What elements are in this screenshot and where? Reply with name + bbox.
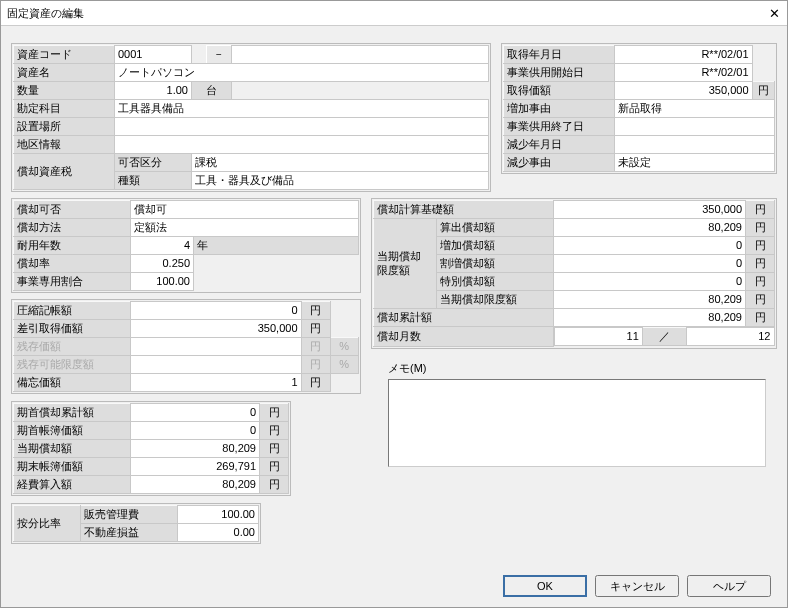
- title-bar: 固定資産の編集 ✕: [1, 1, 787, 26]
- window-title: 固定資産の編集: [7, 6, 84, 21]
- acquisition-table: 取得年月日R**/02/01 事業供用開始日R**/02/01 取得価額350,…: [503, 45, 775, 172]
- asset-code[interactable]: 0001: [115, 46, 192, 64]
- calculation-table: 償却計算基礎額350,000円 当期償却限度額算出償却額80,209円 増加償却…: [373, 200, 775, 347]
- close-icon[interactable]: ✕: [767, 6, 781, 20]
- memo-label: メモ(M): [388, 361, 427, 376]
- code-dash-button[interactable]: −: [207, 46, 232, 64]
- cancel-button[interactable]: キャンセル: [595, 575, 679, 597]
- basic-table: 資産コード 0001 − 資産名ノートパソコン 数量1.00台 勘定科目工具器具…: [13, 45, 489, 190]
- memo-textarea[interactable]: [388, 379, 766, 467]
- help-button[interactable]: ヘルプ: [687, 575, 771, 597]
- label: 資産コード: [14, 46, 115, 64]
- period-table: 期首償却累計額0円 期首帳簿価額0円 当期償却額80,209円 期末帳簿価額26…: [13, 403, 289, 494]
- fixed-asset-dialog: 固定資産の編集 ✕ 資産コード 0001 − 資産名ノートパソコン 数量1.00…: [0, 0, 788, 608]
- allocation-table: 按分比率 販売管理費100.00 不動産損益0.00: [13, 505, 259, 542]
- book-value-table: 圧縮記帳額0円 差引取得価額350,000円 残存価額円% 残存可能限度額円% …: [13, 301, 359, 392]
- method-table: 償却可否償却可 償却方法定額法 耐用年数4年 償却率0.250 事業専用割合10…: [13, 200, 359, 291]
- asset-name[interactable]: ノートパソコン: [115, 64, 489, 82]
- ok-button[interactable]: OK: [503, 575, 587, 597]
